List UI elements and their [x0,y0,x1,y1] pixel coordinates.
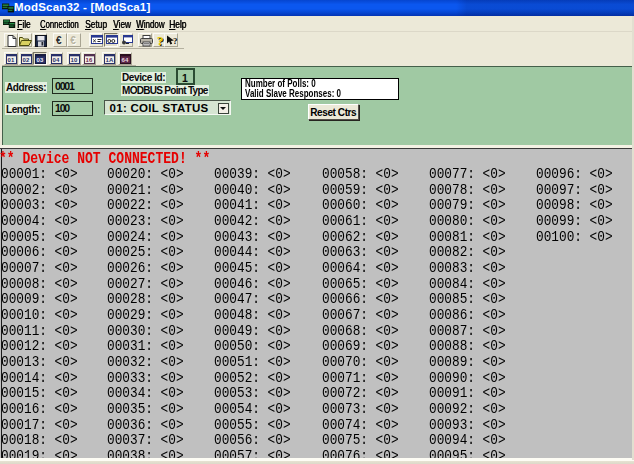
svg-text:03: 03 [37,57,44,63]
svg-text:?: ? [173,36,178,46]
svg-text:01: 01 [8,57,15,63]
svg-text:64: 64 [122,57,129,63]
svg-text:04: 04 [52,57,59,63]
svg-text:10: 10 [70,57,77,63]
svg-text:16: 16 [86,57,93,63]
svg-text:02: 02 [23,57,30,63]
svg-text:1A: 1A [106,57,114,63]
